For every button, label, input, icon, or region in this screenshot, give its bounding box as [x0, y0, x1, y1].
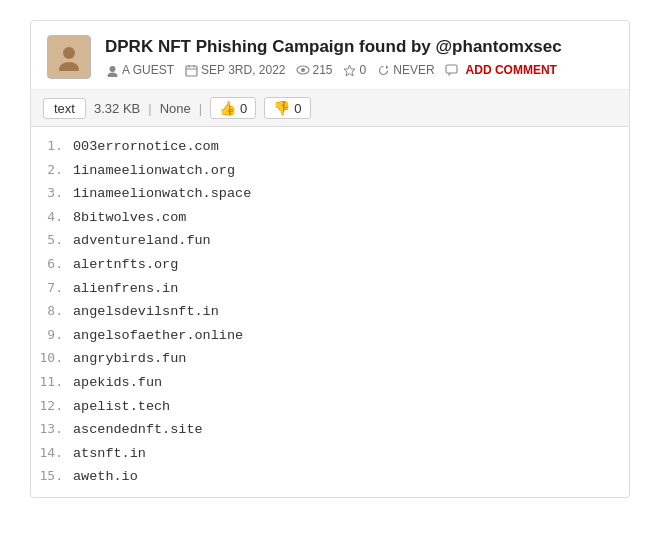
updated-info: NEVER [376, 63, 434, 77]
comment-info: ADD COMMENT [445, 63, 557, 77]
upvote-button[interactable]: 👍 0 [210, 97, 256, 119]
post-title: DPRK NFT Phishing Campaign found by @pha… [105, 37, 613, 57]
upvote-count: 0 [240, 101, 247, 116]
line-content: angelsdevilsnft.in [73, 301, 219, 323]
table-row: 3.1inameelionwatch.space [31, 182, 629, 206]
author-label: A GUEST [122, 63, 174, 77]
avatar [47, 35, 91, 79]
table-row: 2.1inameelionwatch.org [31, 159, 629, 183]
line-number: 13. [31, 419, 73, 440]
table-row: 1.003errornotice.com [31, 135, 629, 159]
line-number: 3. [31, 183, 73, 204]
svg-marker-10 [344, 65, 355, 76]
user-icon [105, 63, 119, 77]
line-number: 7. [31, 278, 73, 299]
thumbs-down-icon: 👎 [273, 100, 290, 116]
stars-count: 0 [360, 63, 367, 77]
table-row: 9.angelsofaether.online [31, 324, 629, 348]
line-number: 1. [31, 136, 73, 157]
star-icon [343, 63, 357, 77]
date-info: SEP 3RD, 2022 [184, 63, 286, 77]
text-tab[interactable]: text [43, 98, 86, 119]
table-row: 13.ascendednft.site [31, 418, 629, 442]
line-content: apelist.tech [73, 396, 170, 418]
toolbar: text 3.32 KB | None | 👍 0 👎 0 [31, 90, 629, 127]
table-row: 6.alertnfts.org [31, 253, 629, 277]
post-info: A GUEST SEP 3RD, 2022 215 [105, 63, 613, 77]
post-meta: DPRK NFT Phishing Campaign found by @pha… [105, 37, 613, 77]
line-content: 8bitwolves.com [73, 207, 186, 229]
svg-point-9 [301, 68, 305, 72]
svg-point-3 [107, 72, 117, 77]
main-container: DPRK NFT Phishing Campaign found by @pha… [30, 20, 630, 498]
line-content: 1inameelionwatch.space [73, 183, 251, 205]
add-comment-button[interactable]: ADD COMMENT [466, 63, 557, 77]
line-content: angrybirds.fun [73, 348, 186, 370]
divider-2: | [199, 101, 202, 116]
line-number: 4. [31, 207, 73, 228]
svg-point-0 [63, 47, 75, 59]
divider-1: | [148, 101, 151, 116]
line-number: 12. [31, 396, 73, 417]
line-number: 10. [31, 348, 73, 369]
table-row: 12.apelist.tech [31, 395, 629, 419]
file-size: 3.32 KB [94, 101, 140, 116]
author-info: A GUEST [105, 63, 174, 77]
line-content: angelsofaether.online [73, 325, 243, 347]
downvote-count: 0 [294, 101, 301, 116]
line-content: 003errornotice.com [73, 136, 219, 158]
line-content: adventureland.fun [73, 230, 211, 252]
refresh-icon [376, 63, 390, 77]
table-row: 11.apekids.fun [31, 371, 629, 395]
stars-info: 0 [343, 63, 367, 77]
date-label: SEP 3RD, 2022 [201, 63, 286, 77]
table-row: 5.adventureland.fun [31, 229, 629, 253]
line-number: 11. [31, 372, 73, 393]
eye-icon [296, 63, 310, 77]
none-label: None [160, 101, 191, 116]
line-content: apekids.fun [73, 372, 162, 394]
svg-rect-4 [186, 66, 197, 76]
downvote-button[interactable]: 👎 0 [264, 97, 310, 119]
line-number: 14. [31, 443, 73, 464]
line-number: 6. [31, 254, 73, 275]
line-content: ascendednft.site [73, 419, 203, 441]
thumbs-up-icon: 👍 [219, 100, 236, 116]
line-content: 1inameelionwatch.org [73, 160, 235, 182]
table-row: 15.aweth.io [31, 465, 629, 489]
line-content: aweth.io [73, 466, 138, 488]
table-row: 8.angelsdevilsnft.in [31, 300, 629, 324]
calendar-icon [184, 63, 198, 77]
svg-rect-12 [446, 65, 457, 73]
post-header: DPRK NFT Phishing Campaign found by @pha… [31, 21, 629, 90]
views-count: 215 [313, 63, 333, 77]
svg-point-1 [59, 62, 79, 71]
updated-label: NEVER [393, 63, 434, 77]
table-row: 14.atsnft.in [31, 442, 629, 466]
svg-marker-11 [386, 65, 389, 69]
views-info: 215 [296, 63, 333, 77]
line-number: 15. [31, 466, 73, 487]
line-number: 9. [31, 325, 73, 346]
table-row: 10.angrybirds.fun [31, 347, 629, 371]
line-number: 8. [31, 301, 73, 322]
table-row: 4.8bitwolves.com [31, 206, 629, 230]
line-content: alertnfts.org [73, 254, 178, 276]
comment-icon [445, 63, 459, 77]
line-number: 2. [31, 160, 73, 181]
svg-point-2 [109, 66, 115, 72]
line-content: alienfrens.in [73, 278, 178, 300]
line-number: 5. [31, 230, 73, 251]
line-content: atsnft.in [73, 443, 146, 465]
table-row: 7.alienfrens.in [31, 277, 629, 301]
code-area: 1.003errornotice.com2.1inameelionwatch.o… [31, 127, 629, 497]
